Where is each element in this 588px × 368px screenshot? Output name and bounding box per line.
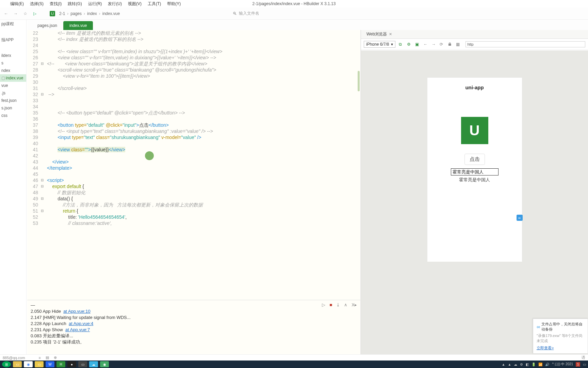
notify-sub: "录像179.exw" 等8个文件尚未完成 [537,333,584,343]
menu-goto[interactable]: 跳转(G) [68,1,82,7]
sidebar-item[interactable]: ndex [0,67,26,74]
sidebar-item[interactable]: s.json [0,104,26,112]
sidebar-item[interactable]: ilderx [0,52,26,59]
crumb-2[interactable]: index [87,11,97,16]
tab-pages-json[interactable]: pages.json [31,21,63,30]
preview-text: 霍常亮是中国人 [459,177,490,183]
crumb-0[interactable]: 2-1 [59,11,65,16]
search-icon: 🔍︎ [233,11,237,16]
menu-find[interactable]: 查找(I) [50,1,62,7]
chevron-down-icon: ▾ [391,42,393,47]
crumb-1[interactable]: pages [70,11,82,16]
tab-index-vue[interactable]: index.vue [63,21,93,30]
crumb-3[interactable]: index.vue [102,11,120,16]
console-collapse-icon[interactable]: ∧ [344,302,347,307]
close-icon[interactable]: ✕ [389,32,392,36]
taskbar: ⊞ ▭ ◉ ▭ W H ● ▭ ☁ ◉ ▲▲☁⚙◧🔋📶🔊 ^ 口)) 中 202… [0,361,588,368]
taskbar-item[interactable]: ▭ [13,361,22,367]
console-export-icon[interactable]: ⤓ [336,302,340,307]
taskbar-start[interactable]: ⊞ [2,361,11,367]
sidebar-item[interactable]: .js [0,89,26,97]
forward-icon[interactable]: → [431,42,436,47]
menubar: 编辑(E) 选择(S) 查找(I) 跳转(G) 运行(R) 发行(U) 视图(V… [0,0,588,7]
forward-icon[interactable]: → [13,11,18,16]
statusbar: 885@qq.com ≡ ▤ ⊕ 语 [0,354,588,361]
lock-icon[interactable]: 🔒︎ [448,42,453,47]
browser-tab-label: Web浏览器 [366,31,387,37]
status-lang: 语 [582,355,585,360]
file-search[interactable]: 🔍︎ 输入文件名 [233,11,259,16]
console-play-icon[interactable]: ▷ [322,302,325,307]
sidebar-item[interactable]: 报APP [0,36,26,44]
taskbar-item[interactable]: ● [67,361,76,367]
browser-panel: Web浏览器 ✕ iPhone 6/7/8▾ ⧉ ⚙ ▣ ← → ⟳ 🔒︎ ▦ … [361,30,588,354]
main: pages.json index.vue 2223242526272829303… [27,20,588,354]
menu-select[interactable]: 选择(S) [30,1,44,7]
url-input[interactable]: http [466,41,585,47]
menu-help[interactable]: 帮助(Y) [167,1,181,7]
gear-icon[interactable]: ⚙ [407,42,412,47]
taskbar-item[interactable]: W [46,361,54,367]
menu-run[interactable]: 运行(R) [88,1,102,7]
taskbar-item[interactable]: ◉ [24,361,33,367]
console-line: — [31,302,357,308]
system-tray[interactable]: ▲▲☁⚙◧🔋📶🔊 ^ 口)) 中 2021 S ▭ [502,362,586,367]
console-close-icon[interactable]: X▸ [352,302,357,307]
preview-logo: U [461,117,488,144]
window-title: 2-1/pages/index/index.vue - HBuilder X 3… [252,1,336,6]
reload-icon[interactable]: ⟳ [440,42,444,47]
notify-title: 文件占用中，关闭后将自动备份 [541,322,584,332]
filetabs: pages.json index.vue [27,20,588,30]
console: ▷ ■ ⤓ ∧ X▸ — 2.050 App Hide at App.vue:1… [27,300,360,354]
star-icon[interactable]: ☆ [22,11,28,16]
sidebar-item[interactable]: pp课程 [0,20,26,28]
scrollbar-thumb[interactable] [358,71,360,91]
project-icon[interactable]: U [50,11,55,16]
menu-publish[interactable]: 发行(U) [108,1,122,7]
cloud-icon: ∞ [537,324,540,329]
sidebar-item-active[interactable]: ▢index.vue [0,74,26,82]
menu-tools[interactable]: 工具(T) [148,1,161,7]
browser-tab[interactable]: Web浏览器 ✕ [364,30,395,38]
sidebar-item[interactable]: css [0,112,26,119]
preview-title: uni-app [427,83,522,96]
status-icon[interactable]: ⊕ [54,355,57,360]
device-select[interactable]: iPhone 6/7/8▾ [364,41,395,48]
sidebar-item[interactable]: s [0,59,26,67]
file-search-placeholder: 输入文件名 [239,11,259,16]
menu-view[interactable]: 视图(V) [128,1,142,7]
notify-link[interactable]: 立即查看> [537,346,554,351]
status-icon[interactable]: ▤ [46,355,49,360]
sidebar-item[interactable]: vue [0,82,26,89]
file-icon: ▢ [1,76,5,80]
menu-edit[interactable]: 编辑(E) [10,1,24,7]
grid-icon[interactable]: ▦ [456,42,461,47]
taskbar-item[interactable]: ☁ [89,361,98,367]
sidebar: pp课程 报APP ilderx s ndex ▢index.vue vue .… [0,20,27,354]
breadcrumb: 2-1› pages› index› index.vue [59,11,120,16]
taskbar-item[interactable]: ▭ [35,361,44,367]
cursor-indicator [145,151,154,160]
back-icon[interactable]: ← [423,42,428,47]
share-float-icon[interactable]: ∞ [517,215,523,221]
toolbar: ← → ☆ ▷ U 2-1› pages› index› index.vue 🔍… [0,7,588,20]
notification: ∞文件占用中，关闭后将自动备份 "录像179.exw" 等8个文件尚未完成 立即… [533,319,588,354]
preview-button[interactable]: 点击 [464,154,485,165]
back-icon[interactable]: ← [3,11,9,16]
code-editor[interactable]: 2223242526272829303132333435363738394041… [27,30,360,300]
preview-input[interactable] [451,168,499,175]
taskbar-item[interactable]: H [56,361,65,367]
status-email: 885@qq.com [3,356,25,360]
console-stop-icon[interactable]: ■ [329,302,332,307]
phone-preview: uni-app U 点击 霍常亮是中国人 ∞ [427,78,522,262]
console-controls: ▷ ■ ⤓ ∧ X▸ [322,302,357,307]
sidebar-item[interactable]: fest.json [0,97,26,104]
preview-area: uni-app U 点击 霍常亮是中国人 ∞ [361,50,588,354]
taskbar-item[interactable]: ▭ [78,361,87,367]
tray-ime-icon[interactable]: S [576,362,580,367]
taskbar-item[interactable]: ◉ [100,361,109,367]
popout-icon[interactable]: ⧉ [399,42,404,47]
status-icon[interactable]: ≡ [39,356,41,360]
run-icon[interactable]: ▷ [32,11,37,16]
screenshot-icon[interactable]: ▣ [415,42,420,47]
